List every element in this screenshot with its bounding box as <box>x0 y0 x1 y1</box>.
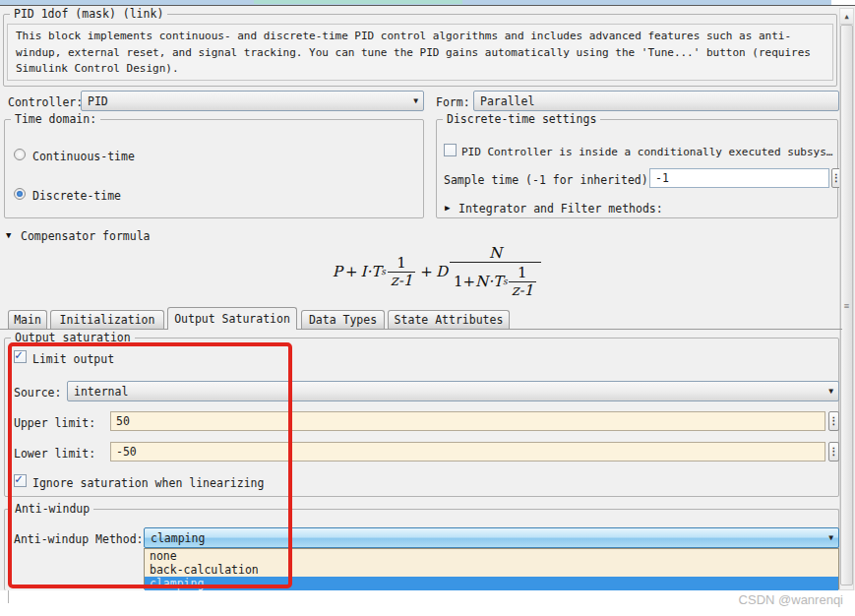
tab-output-saturation[interactable]: Output Saturation <box>167 307 297 330</box>
background-window-strip-accent <box>254 0 462 4</box>
fraction-numerator: N <box>486 245 505 262</box>
continuous-time-radio[interactable] <box>14 149 26 160</box>
upper-limit-label: Upper limit: <box>14 416 95 430</box>
integrator-methods-label: Integrator and Filter methods: <box>458 202 663 216</box>
time-domain-title: Time domain: <box>11 112 100 127</box>
discrete-time-radio[interactable] <box>14 188 26 200</box>
sample-time-input[interactable]: -1 <box>649 168 829 188</box>
lower-limit-label: Lower limit: <box>14 447 95 461</box>
discrete-time-label: Discrete-time <box>32 189 121 203</box>
compensator-formula: P + I·Ts 1 z-1 + D N 1+ N·Ts 1 z-1 <box>246 239 630 304</box>
dropdown-option-back-calculation[interactable]: back-calculation <box>145 563 838 577</box>
scrollbar-grip-icon: ≡ <box>841 302 852 311</box>
conditional-subsystem-checkbox[interactable] <box>444 144 457 156</box>
fraction-denominator: z-1 <box>509 281 537 299</box>
discrete-settings-title: Discrete-time settings <box>443 112 600 127</box>
output-saturation-title: Output saturation <box>11 331 135 345</box>
form-selected-value: Parallel <box>480 94 534 108</box>
block-description: This block implements continuous- and di… <box>7 24 833 81</box>
fraction-numerator: 1 <box>394 255 409 272</box>
tab-state-attributes[interactable]: State Attributes <box>388 310 510 329</box>
vertical-dots-icon: ⋮ <box>829 416 839 426</box>
mask-title: PID 1dof (mask) (link) <box>10 7 167 22</box>
vertical-scrollbar[interactable]: ▲ ≡ <box>839 8 854 590</box>
sample-time-label: Sample time (-1 for inherited): <box>444 173 655 187</box>
den-prefix: 1+ <box>454 273 475 290</box>
form-select[interactable]: Parallel <box>473 91 839 111</box>
continuous-time-label: Continuous-time <box>32 150 135 163</box>
upper-limit-input[interactable]: 50 <box>110 411 825 431</box>
formula-fraction-1: 1 z-1 <box>388 255 416 289</box>
formula-subscript: s <box>503 277 508 286</box>
lower-limit-input[interactable]: -50 <box>110 442 825 462</box>
anti-windup-method-label: Anti-windup Method: <box>14 532 144 546</box>
chevron-down-icon: ▼ <box>413 97 418 105</box>
ignore-saturation-checkbox[interactable]: ✓ <box>14 474 27 487</box>
fraction-numerator: 1 <box>515 265 530 281</box>
tab-content-border <box>0 329 842 330</box>
source-label: Source: <box>14 386 61 400</box>
radio-selected-dot <box>17 191 23 197</box>
fraction-denominator: z-1 <box>388 272 416 289</box>
mask-description-group: PID 1dof (mask) (link) This block implem… <box>3 14 837 87</box>
formula-fraction-3: 1 z-1 <box>509 265 537 299</box>
upper-limit-expand-button[interactable]: ⋮ <box>828 411 839 431</box>
tab-initialization[interactable]: Initialization <box>50 310 164 329</box>
watermark: CSDN @wanrenqi <box>739 592 843 607</box>
source-selected-value: internal <box>74 385 128 399</box>
formula-plus: + <box>420 263 433 280</box>
limit-output-checkbox[interactable]: ✓ <box>14 350 27 363</box>
check-icon: ✓ <box>15 471 23 486</box>
controller-selected-value: PID <box>88 94 108 108</box>
tab-data-types[interactable]: Data Types <box>301 310 385 329</box>
formula-term-d: D <box>436 263 448 280</box>
time-domain-group: Time domain: <box>4 119 424 218</box>
formula-plus: + <box>345 263 358 280</box>
fraction-denominator: 1+ N·Ts 1 z-1 <box>450 262 541 299</box>
scrollbar-up-button[interactable]: ▲ <box>840 9 853 25</box>
pid-block-parameters-dialog: PID 1dof (mask) (link) This block implem… <box>0 0 855 616</box>
source-select[interactable]: internal ▼ <box>67 381 839 401</box>
anti-windup-dropdown-list: none back-calculation clamping <box>144 548 839 589</box>
dropdown-option-none[interactable]: none <box>145 549 838 563</box>
anti-windup-title: Anti-windup <box>11 502 93 517</box>
groupbox-edge-line <box>8 590 9 603</box>
ignore-saturation-label: Ignore saturation when linearizing <box>32 476 264 490</box>
formula-term-i: I·T <box>361 263 382 280</box>
compensator-title: Compensator formula <box>21 229 151 243</box>
controller-label: Controller: <box>8 95 83 109</box>
lower-limit-expand-button[interactable]: ⋮ <box>828 442 839 462</box>
chevron-down-icon: ▼ <box>828 534 833 542</box>
den-term: N·T <box>475 273 503 290</box>
check-icon: ✓ <box>15 347 23 362</box>
anti-windup-method-select[interactable]: clamping ▼ <box>144 527 839 548</box>
anti-windup-selected-value: clamping <box>151 531 205 545</box>
chevron-down-icon: ▼ <box>828 388 833 396</box>
formula-term-p: P <box>333 263 342 280</box>
scrollbar-thumb[interactable]: ≡ <box>840 25 853 585</box>
formula-subscript: s <box>381 267 386 277</box>
dropdown-option-clamping[interactable]: clamping <box>145 577 838 590</box>
integrator-collapsed-icon[interactable]: ▶ <box>445 203 450 213</box>
vertical-dots-icon: ⋮ <box>829 447 839 457</box>
tab-main[interactable]: Main <box>8 310 47 329</box>
form-label: Form: <box>436 95 470 109</box>
controller-select[interactable]: PID ▼ <box>81 91 424 111</box>
arrow-up-icon: ▲ <box>844 13 848 21</box>
limit-output-label: Limit output <box>32 352 114 366</box>
compensator-expanded-icon[interactable]: ▼ <box>6 230 11 240</box>
formula-fraction-2: N 1+ N·Ts 1 z-1 <box>450 245 541 299</box>
conditional-subsystem-label: PID Controller is inside a conditionally… <box>461 146 833 158</box>
